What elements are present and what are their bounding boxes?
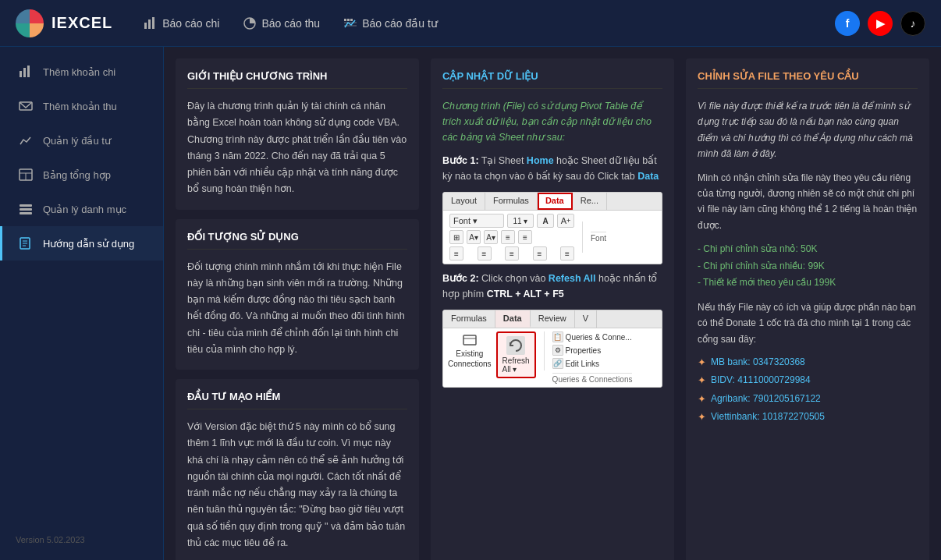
bold-btn: A	[537, 214, 554, 228]
cap-nhat-title: CẬP NHẬT DỮ LIỆU	[442, 70, 662, 89]
bank-name-1: BIDV: 41110000729984	[711, 372, 811, 389]
bank-icon-0: ✦	[698, 353, 706, 371]
shortcut-keys: CTRL + ALT + F5	[487, 289, 564, 299]
ribbon-tab-layout: Layout	[443, 193, 485, 210]
svg-rect-9	[20, 71, 22, 77]
nav-link-bao-cao-dau-tu[interactable]: Báo cáo đầu tư	[343, 16, 438, 30]
color-btn: A▾	[484, 230, 498, 244]
ribbon-row2: ⊞ A▾ A▾ ≡ ≡	[449, 230, 574, 244]
logo-text: IEXCEL	[51, 14, 112, 32]
card-dau-tu: ĐẦU TƯ MẠO HIỂM Với Version đặc biệt thứ…	[176, 379, 419, 560]
properties-item: ⚙ Properties	[552, 345, 633, 356]
underline-btn: ⊞	[449, 230, 463, 244]
font-section-label: Font	[591, 232, 606, 243]
queries-icon: 📋	[552, 331, 563, 342]
svg-rect-2	[152, 17, 154, 29]
tiktok-button[interactable]: ♪	[900, 11, 925, 36]
version-text: Version 5.02.2023	[0, 527, 163, 552]
nav-label-bao-cao-dau-tu: Báo cáo đầu tư	[362, 17, 438, 30]
align-extra: ≡	[533, 246, 547, 261]
chinh-sua-title: CHỈNH SỬA FILE THEO YÊU CẦU	[698, 70, 918, 89]
bank-icon-3: ✦	[698, 408, 706, 426]
align-ex2: ≡	[560, 246, 574, 261]
bank-icon-2: ✦	[698, 390, 706, 408]
table-icon	[18, 167, 34, 183]
col1: GIỚI THIỆU CHƯƠNG TRÌNH Đây là chương tr…	[176, 58, 419, 560]
nav-links: Báo cáo chi Báo cáo thu Báo cáo đầu tư	[144, 16, 835, 30]
sidebar: Thêm khoản chi Thêm khoản thu Quản lý	[0, 47, 164, 560]
refresh-icon	[506, 336, 525, 355]
align-center: ≡	[478, 246, 492, 261]
step2-label: Bước 2:	[442, 273, 479, 284]
chart-pie-icon	[243, 16, 257, 30]
sidebar-item-them-khoan-chi[interactable]: Thêm khoản chi	[0, 55, 163, 89]
nav-link-bao-cao-chi[interactable]: Báo cáo chi	[144, 16, 219, 30]
ribbon2-tab-formulas: Formulas	[443, 310, 495, 328]
edit-links-icon: 🔗	[552, 358, 563, 369]
chart-line-icon	[18, 133, 34, 148]
sidebar-item-huong-dan-su-dung[interactable]: Hướng dẫn sử dụng	[0, 226, 163, 261]
price-list: - Chi phí chỉnh sửa nhỏ: 50K - Chi phí c…	[698, 241, 918, 292]
chart-bar-icon	[144, 16, 158, 30]
refresh-all-button[interactable]: RefreshAll ▾	[496, 331, 536, 378]
youtube-button[interactable]: ▶	[868, 11, 893, 36]
chinh-sua-content2: Mình có nhận chỉnh sửa file này theo yêu…	[698, 170, 918, 234]
layout: Thêm khoản chi Thêm khoản thu Quản lý	[0, 47, 941, 560]
ribbon-row1: Font ▾ 11 ▾ A A+	[449, 214, 574, 228]
svg-rect-16	[20, 204, 32, 207]
properties-label: Properties	[566, 346, 602, 355]
sidebar-item-quan-ly-dau-tu[interactable]: Quản lý đầu tư	[0, 123, 163, 158]
svg-rect-7	[344, 22, 357, 23]
ribbon2-separator	[544, 331, 545, 370]
book-icon	[18, 236, 34, 251]
bank-name-3: Viettinbank: 101872270505	[711, 409, 825, 426]
ribbon-tab-formulas: Formulas	[485, 193, 538, 210]
queries-connections-label: Queries & Conne...	[566, 333, 632, 342]
bank-name-2: Agribank: 7901205167122	[711, 391, 821, 408]
edit-links-item: 🔗 Edit Links	[552, 358, 633, 369]
bank-item-2: ✦ Agribank: 7901205167122	[698, 390, 918, 408]
home-highlight: Home	[527, 155, 554, 166]
ribbon2-tab-v: V	[575, 310, 597, 328]
queries-connections-item: 📋 Queries & Conne...	[552, 331, 633, 342]
bank-item-3: ✦ Viettinbank: 101872270505	[698, 408, 918, 426]
main-content: GIỚI THIỆU CHƯƠNG TRÌNH Đây là chương tr…	[164, 47, 941, 560]
existing-connections-label: ExistingConnections	[448, 349, 492, 369]
nav-link-bao-cao-thu[interactable]: Báo cáo thu	[243, 16, 320, 30]
bank-item-1: ✦ BIDV: 41110000729984	[698, 371, 918, 389]
svg-rect-18	[20, 212, 32, 214]
bank-item-0: ✦ MB bank: 0347320368	[698, 353, 918, 371]
sidebar-item-quan-ly-danh-muc[interactable]: Quản lý danh mục	[0, 192, 163, 226]
ribbon2: Formulas Data Review V Exist	[442, 310, 662, 388]
logo-icon	[16, 9, 44, 37]
gioi-thieu-body: Đây là chương trình quản lý tài chính cá…	[187, 98, 407, 198]
sidebar-label-quan-ly-dau-tu: Quản lý đầu tư	[43, 135, 111, 147]
ribbon-separator	[582, 222, 583, 253]
sidebar-item-them-khoan-thu[interactable]: Thêm khoản thu	[0, 89, 163, 123]
edit-links-label: Edit Links	[566, 360, 599, 368]
ribbon1-controls: Font ▾ 11 ▾ A A+ ⊞ A▾ A▾ ≡ ≡	[449, 214, 574, 261]
align-justify: ≡	[505, 246, 519, 261]
sidebar-items: Thêm khoản chi Thêm khoản thu Quản lý	[0, 55, 163, 261]
price-item-1: - Chi phí chỉnh sửa nhiều: 99K	[698, 258, 918, 275]
chinh-sua-content1: Vì file này được thiết kế ra trước tiên …	[698, 98, 918, 162]
properties-icon: ⚙	[552, 345, 563, 356]
fill-btn: A▾	[467, 230, 481, 244]
step2-text: Bước 2: Click chọn vào Refesh All hoặc n…	[442, 271, 662, 302]
ribbon2-tab-review: Review	[531, 310, 575, 328]
facebook-button[interactable]: f	[835, 11, 860, 36]
doi-tuong-title: ĐỐI TƯỢNG SỬ DỤNG	[187, 231, 407, 250]
existing-connections-icon	[461, 331, 478, 349]
ribbon2-tabs: Formulas Data Review V	[443, 310, 662, 328]
logo: IEXCEL	[16, 9, 112, 37]
align-full: ≡	[449, 246, 463, 261]
ribbon-row3: ≡ ≡ ≡ ≡ ≡	[449, 246, 574, 261]
nav-label-bao-cao-thu: Báo cáo thu	[261, 17, 320, 30]
size-dropdown: 11 ▾	[507, 214, 534, 228]
ribbon2-body: ExistingConnections RefreshAll ▾	[443, 328, 662, 387]
dau-tu-body: Với Version đặc biệt thứ 5 này mình có b…	[187, 419, 407, 551]
sidebar-item-bang-tong-hop[interactable]: Bảng tổng hợp	[0, 158, 163, 192]
svg-rect-11	[27, 66, 30, 77]
refresh-all-label: RefreshAll ▾	[502, 356, 530, 374]
card-doi-tuong: ĐỐI TƯỢNG SỬ DỤNG Đối tượng chính mình n…	[176, 219, 419, 370]
